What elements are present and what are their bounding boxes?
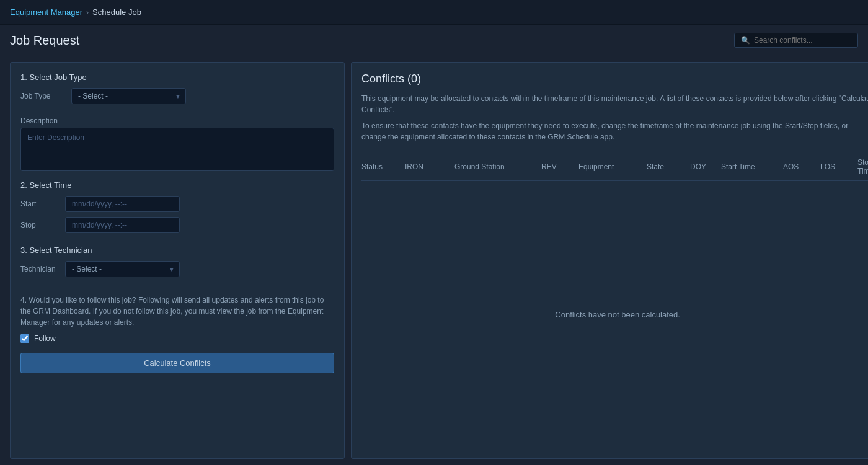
conflicts-empty-message: Conflicts have not been calculated. — [361, 181, 868, 448]
job-type-select-wrapper[interactable]: - Select - ▼ — [71, 88, 186, 104]
technician-row: Technician - Select - ▼ — [20, 261, 334, 277]
col-header-state: State — [647, 162, 690, 171]
start-input[interactable] — [65, 196, 180, 212]
search-box[interactable]: 🔍 — [734, 33, 858, 48]
follow-label: Follow — [34, 334, 56, 343]
start-row: Start — [20, 196, 334, 212]
page-title: Job Request — [10, 33, 79, 48]
job-type-select[interactable]: - Select - — [71, 88, 186, 104]
breadcrumb: Equipment Manager › Schedule Job — [10, 7, 141, 17]
col-header-status: Status — [361, 162, 405, 171]
col-header-los: LOS — [820, 162, 857, 171]
col-header-ground-station: Ground Station — [454, 162, 541, 171]
conflicts-title: Conflicts (0) — [361, 73, 868, 86]
technician-label: Technician — [20, 265, 58, 273]
col-header-start-time: Start Time — [721, 162, 783, 171]
step4-text: 4. Would you like to follow this job? Fo… — [20, 294, 334, 328]
col-header-doy: DOY — [690, 162, 721, 171]
calculate-conflicts-button[interactable]: Calculate Conflicts — [20, 353, 334, 373]
main-content: 1. Select Job Type Job Type - Select - ▼… — [0, 56, 868, 465]
breadcrumb-equipment-manager[interactable]: Equipment Manager — [10, 7, 82, 17]
conflicts-desc1: This equipment may be allocated to conta… — [361, 93, 868, 115]
col-header-rev: REV — [541, 162, 578, 171]
breadcrumb-schedule-job: Schedule Job — [92, 7, 141, 17]
step3-title: 3. Select Technician — [20, 246, 334, 255]
description-label: Description — [20, 117, 334, 125]
conflicts-table-header: Status IRON Ground Station REV Equipment… — [361, 153, 868, 181]
step2-section: 2. Select Time Start Stop — [20, 180, 334, 238]
col-header-equipment: Equipment — [578, 162, 647, 171]
col-header-aos: AOS — [783, 162, 820, 171]
left-panel: 1. Select Job Type Job Type - Select - ▼… — [10, 62, 345, 459]
follow-checkbox[interactable] — [20, 334, 29, 343]
right-panel: Conflicts (0) This equipment may be allo… — [351, 62, 868, 459]
description-textarea[interactable] — [20, 128, 334, 171]
col-header-iron: IRON — [405, 162, 454, 171]
stop-row: Stop — [20, 217, 334, 233]
follow-row[interactable]: Follow — [20, 334, 334, 343]
topbar: Equipment Manager › Schedule Job — [0, 0, 868, 25]
step1-section: 1. Select Job Type Job Type - Select - ▼ — [20, 73, 334, 109]
step2-title: 2. Select Time — [20, 180, 334, 190]
job-type-label: Job Type — [20, 92, 64, 100]
breadcrumb-separator: › — [86, 8, 89, 17]
stop-input[interactable] — [65, 217, 180, 233]
step4-section: 4. Would you like to follow this job? Fo… — [20, 294, 334, 343]
job-type-row: Job Type - Select - ▼ — [20, 88, 334, 104]
technician-select-wrapper[interactable]: - Select - ▼ — [65, 261, 180, 277]
step1-title: 1. Select Job Type — [20, 73, 334, 82]
start-label: Start — [20, 200, 58, 208]
technician-select[interactable]: - Select - — [65, 261, 180, 277]
search-icon: 🔍 — [741, 36, 750, 45]
step3-section: 3. Select Technician Technician - Select… — [20, 246, 334, 282]
col-header-stop-time: Stop Time — [857, 158, 868, 175]
conflicts-desc2: To ensure that these contacts have the e… — [361, 120, 868, 143]
description-group: Description — [20, 117, 334, 173]
search-input[interactable] — [754, 36, 851, 45]
page-header: Job Request 🔍 — [0, 25, 868, 56]
stop-label: Stop — [20, 221, 58, 229]
